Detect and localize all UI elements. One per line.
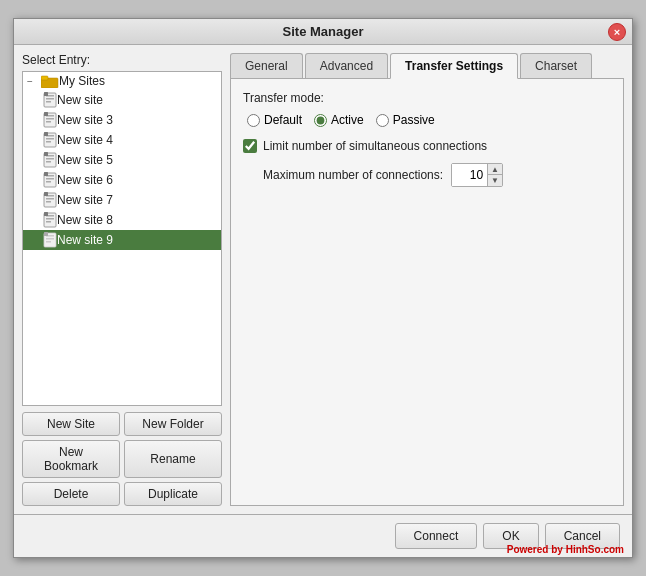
spin-down-button[interactable]: ▼ — [488, 175, 502, 186]
site-icon — [43, 172, 57, 188]
svg-rect-41 — [44, 232, 48, 236]
radio-default[interactable]: Default — [247, 113, 302, 127]
tree-item[interactable]: New site — [23, 90, 221, 110]
site-manager-dialog: Site Manager × Select Entry: − My Sites — [13, 18, 633, 558]
radio-active-label: Active — [331, 113, 364, 127]
max-connections-row: Maximum number of connections: ▲ ▼ — [263, 163, 611, 187]
limit-connections-row: Limit number of simultaneous connections — [243, 139, 611, 153]
site-label: New site 6 — [57, 173, 113, 187]
svg-rect-30 — [46, 201, 51, 203]
limit-connections-label: Limit number of simultaneous connections — [263, 139, 487, 153]
tree-item[interactable]: New site 5 — [23, 150, 221, 170]
tab-advanced[interactable]: Advanced — [305, 53, 388, 78]
svg-rect-4 — [46, 98, 54, 100]
transfer-mode-label: Transfer mode: — [243, 91, 611, 105]
left-panel: Select Entry: − My Sites — [22, 53, 222, 506]
radio-default-input[interactable] — [247, 114, 260, 127]
tree-container[interactable]: − My Sites — [22, 71, 222, 406]
radio-active[interactable]: Active — [314, 113, 364, 127]
tree-root-folder[interactable]: − My Sites — [23, 72, 221, 90]
rename-button[interactable]: Rename — [124, 440, 222, 478]
radio-passive-label: Passive — [393, 113, 435, 127]
svg-rect-26 — [44, 172, 48, 176]
titlebar: Site Manager × — [14, 19, 632, 45]
tabs-bar: General Advanced Transfer Settings Chars… — [230, 53, 624, 79]
svg-rect-5 — [46, 101, 51, 103]
site-icon — [43, 192, 57, 208]
transfer-mode-radio-group: Default Active Passive — [247, 113, 611, 127]
dialog-body: Select Entry: − My Sites — [14, 45, 632, 514]
watermark: Powered by HinhSo.com — [507, 544, 624, 555]
svg-rect-1 — [41, 76, 48, 80]
site-label: New site 7 — [57, 193, 113, 207]
new-bookmark-button[interactable]: New Bookmark — [22, 440, 120, 478]
duplicate-button[interactable]: Duplicate — [124, 482, 222, 506]
svg-rect-15 — [46, 141, 51, 143]
radio-active-input[interactable] — [314, 114, 327, 127]
svg-rect-14 — [46, 138, 54, 140]
max-connections-label: Maximum number of connections: — [263, 168, 443, 182]
svg-rect-24 — [46, 178, 54, 180]
bottom-buttons: New Site New Folder New Bookmark Rename … — [22, 412, 222, 506]
new-site-button[interactable]: New Site — [22, 412, 120, 436]
svg-rect-10 — [46, 121, 51, 123]
svg-rect-19 — [46, 158, 54, 160]
svg-rect-9 — [46, 118, 54, 120]
svg-rect-21 — [44, 152, 48, 156]
svg-rect-31 — [44, 192, 48, 196]
dialog-title: Site Manager — [283, 24, 364, 39]
radio-passive-input[interactable] — [376, 114, 389, 127]
site-label: New site — [57, 93, 103, 107]
svg-rect-39 — [46, 238, 54, 240]
svg-rect-11 — [44, 112, 48, 116]
svg-rect-16 — [44, 132, 48, 136]
tree-item[interactable]: New site 3 — [23, 110, 221, 130]
tab-general[interactable]: General — [230, 53, 303, 78]
radio-default-label: Default — [264, 113, 302, 127]
svg-rect-29 — [46, 198, 54, 200]
tab-content-transfer-settings: Transfer mode: Default Active Passive — [230, 79, 624, 506]
spin-buttons: ▲ ▼ — [487, 164, 502, 186]
radio-passive[interactable]: Passive — [376, 113, 435, 127]
site-label: New site 4 — [57, 133, 113, 147]
svg-rect-6 — [44, 92, 48, 96]
svg-rect-35 — [46, 221, 51, 223]
folder-icon — [41, 74, 59, 88]
tree-item[interactable]: New site 4 — [23, 130, 221, 150]
max-connections-spinner[interactable]: ▲ ▼ — [451, 163, 503, 187]
site-label: New site 3 — [57, 113, 113, 127]
tree-item[interactable]: New site 8 — [23, 210, 221, 230]
svg-rect-20 — [46, 161, 51, 163]
close-button[interactable]: × — [608, 23, 626, 41]
svg-rect-25 — [46, 181, 51, 183]
new-folder-button[interactable]: New Folder — [124, 412, 222, 436]
tree-root-label: My Sites — [59, 74, 105, 88]
site-icon — [43, 212, 57, 228]
svg-rect-34 — [46, 218, 54, 220]
svg-rect-40 — [46, 241, 51, 243]
site-icon — [43, 92, 57, 108]
tree-item[interactable]: New site 7 — [23, 190, 221, 210]
tab-charset[interactable]: Charset — [520, 53, 592, 78]
site-icon — [43, 132, 57, 148]
tree-item[interactable]: New site 6 — [23, 170, 221, 190]
site-icon — [43, 152, 57, 168]
spin-up-button[interactable]: ▲ — [488, 164, 502, 175]
site-label-selected: New site 9 — [57, 233, 113, 247]
tab-transfer-settings[interactable]: Transfer Settings — [390, 53, 518, 79]
site-icon — [43, 112, 57, 128]
delete-button[interactable]: Delete — [22, 482, 120, 506]
site-label: New site 8 — [57, 213, 113, 227]
max-connections-input[interactable] — [452, 164, 487, 186]
select-entry-label: Select Entry: — [22, 53, 222, 67]
limit-connections-checkbox[interactable] — [243, 139, 257, 153]
site-label: New site 5 — [57, 153, 113, 167]
connect-button[interactable]: Connect — [395, 523, 478, 549]
site-icon-selected — [43, 232, 57, 248]
right-panel: General Advanced Transfer Settings Chars… — [230, 53, 624, 506]
tree-item-selected[interactable]: New site 9 — [23, 230, 221, 250]
collapse-icon[interactable]: − — [27, 76, 39, 87]
svg-rect-36 — [44, 212, 48, 216]
